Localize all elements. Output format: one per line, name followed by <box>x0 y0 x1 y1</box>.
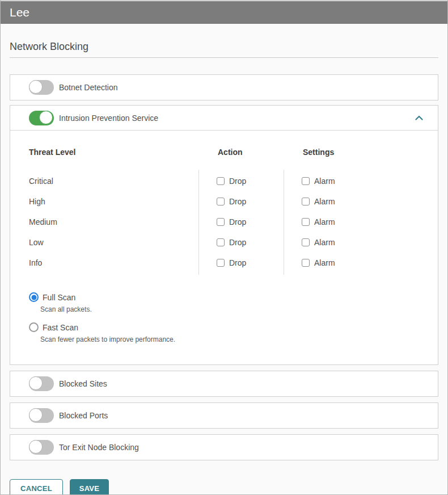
alarm-checkbox-critical[interactable] <box>302 177 310 185</box>
blocked-sites-label: Blocked Sites <box>59 379 107 388</box>
window-titlebar: Lee <box>1 1 447 24</box>
column-header-action: Action <box>198 148 284 159</box>
botnet-detection-toggle[interactable] <box>29 80 54 95</box>
drop-label: Drop <box>229 258 246 267</box>
full-scan-radio[interactable] <box>29 292 39 302</box>
fast-scan-label: Fast Scan <box>43 323 78 332</box>
toggle-knob <box>39 111 53 124</box>
drop-checkbox-low[interactable] <box>217 238 225 246</box>
threat-level-medium: Medium <box>29 212 198 232</box>
toggle-knob <box>29 80 43 94</box>
drop-checkbox-high[interactable] <box>217 198 225 205</box>
threat-table-body: Critical High Medium Low Info Drop Drop … <box>29 170 429 275</box>
panel-intrusion-prevention: Intrusion Prevention Service Threat Leve… <box>10 105 438 365</box>
intrusion-prevention-settings: Threat Level Action Settings Critical Hi… <box>10 148 438 364</box>
threat-level-critical: Critical <box>29 171 198 191</box>
intrusion-prevention-toggle[interactable] <box>29 111 54 125</box>
action-column: Drop Drop Drop Drop Drop <box>198 170 284 275</box>
full-scan-label: Full Scan <box>43 293 75 302</box>
settings-column: Alarm Alarm Alarm Alarm Alarm <box>284 170 429 275</box>
panel-botnet-detection: Botnet Detection <box>10 74 438 100</box>
toggle-knob <box>29 408 43 422</box>
blocked-ports-label: Blocked Ports <box>59 411 108 420</box>
drop-label: Drop <box>229 217 246 226</box>
alarm-checkbox-info[interactable] <box>302 259 310 267</box>
alarm-label: Alarm <box>314 258 335 267</box>
alarm-label: Alarm <box>314 238 335 247</box>
save-button[interactable]: SAVE <box>70 479 109 495</box>
alarm-label: Alarm <box>314 197 335 206</box>
drop-label: Drop <box>229 177 246 186</box>
toggle-knob <box>29 440 43 454</box>
page-content: Network Blocking Botnet Detection Intrus… <box>1 41 447 495</box>
alarm-checkbox-medium[interactable] <box>302 218 310 226</box>
tor-exit-node-blocking-label: Tor Exit Node Blocking <box>59 443 139 452</box>
panel-blocked-sites: Blocked Sites <box>10 371 438 397</box>
threat-level-high: High <box>29 191 198 212</box>
drop-checkbox-critical[interactable] <box>217 177 225 185</box>
blocked-sites-toggle[interactable] <box>29 376 54 391</box>
threat-level-column: Critical High Medium Low Info <box>29 170 198 275</box>
panel-tor-exit-node-blocking: Tor Exit Node Blocking <box>10 434 438 460</box>
drop-label: Drop <box>229 238 246 247</box>
footer-actions: CANCEL SAVE <box>10 479 438 495</box>
network-blocking-page: Lee Network Blocking Botnet Detection In… <box>0 0 448 495</box>
alarm-checkbox-high[interactable] <box>302 198 310 205</box>
alarm-label: Alarm <box>314 217 335 226</box>
fast-scan-radio[interactable] <box>29 322 39 332</box>
column-header-threat-level: Threat Level <box>29 148 198 159</box>
page-title: Network Blocking <box>10 41 438 58</box>
alarm-label: Alarm <box>314 177 335 186</box>
blocked-ports-toggle[interactable] <box>29 408 54 423</box>
full-scan-option: Full Scan <box>29 292 429 302</box>
tor-exit-node-blocking-toggle[interactable] <box>29 440 54 455</box>
chevron-up-icon[interactable] <box>415 115 423 120</box>
window-title: Lee <box>10 6 29 19</box>
botnet-detection-label: Botnet Detection <box>59 83 118 92</box>
threat-table-header: Threat Level Action Settings <box>29 148 429 159</box>
fast-scan-option: Fast Scan <box>29 322 429 332</box>
drop-checkbox-medium[interactable] <box>217 218 225 226</box>
column-header-settings: Settings <box>284 148 429 159</box>
cancel-button[interactable]: CANCEL <box>10 479 63 495</box>
full-scan-description: Scan all packets. <box>40 305 429 313</box>
toggle-knob <box>29 376 43 390</box>
threat-level-info: Info <box>29 253 198 273</box>
drop-checkbox-info[interactable] <box>217 259 225 267</box>
drop-label: Drop <box>229 197 246 206</box>
alarm-checkbox-low[interactable] <box>302 238 310 246</box>
threat-level-low: Low <box>29 232 198 253</box>
panel-blocked-ports: Blocked Ports <box>10 402 438 429</box>
fast-scan-description: Scan fewer packets to improve performanc… <box>40 335 429 343</box>
intrusion-prevention-label: Intrusion Prevention Service <box>59 114 158 123</box>
